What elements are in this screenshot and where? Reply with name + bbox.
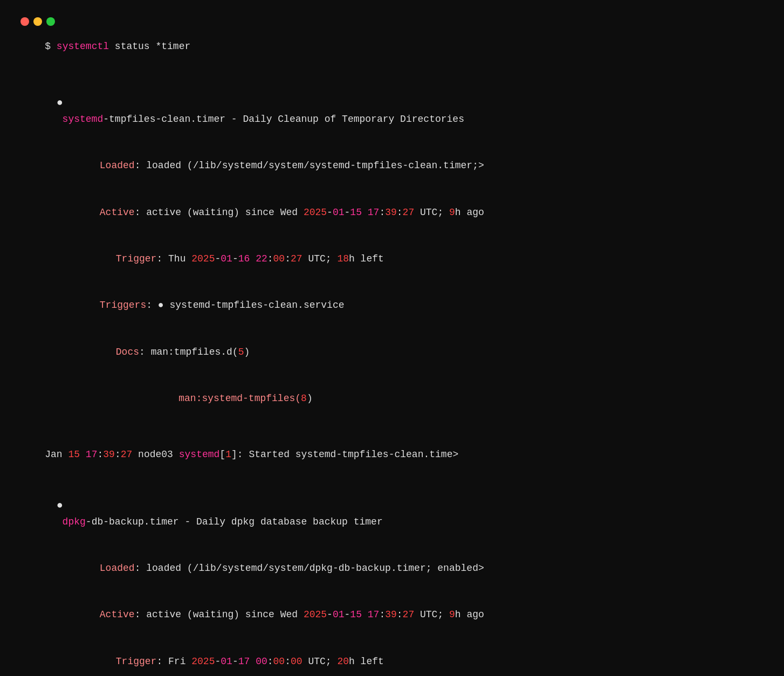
minimize-button[interactable] — [33, 17, 42, 26]
unit-section-1: ● systemd-tmpfiles-clean.timer - Daily C… — [22, 79, 768, 422]
unit1-trigger-left: 18 — [337, 253, 349, 264]
unit2-name-colored: dpkg — [57, 516, 86, 527]
unit1-trigger-hour: 22 — [256, 253, 267, 264]
unit1-triggers: Triggers: ● systemd-tmpfiles-clean.servi… — [22, 282, 768, 329]
unit1-triggers-label: Triggers — [100, 300, 146, 311]
unit1-active-month: 01 — [333, 207, 345, 218]
unit-section-2: ● dpkg-db-backup.timer - Daily dpkg data… — [22, 481, 768, 676]
unit2-active-ago: 9 — [449, 609, 455, 620]
unit1-active-label: Active — [100, 207, 135, 218]
unit1-trigger-sec: 27 — [291, 253, 302, 264]
titlebar — [16, 11, 768, 30]
unit2-trigger-year: 2025 — [191, 656, 215, 667]
unit2-trigger: Trigger: Fri 2025-01-17 00:00:00 UTC; 20… — [22, 638, 768, 676]
unit2-trigger-day: 17 — [238, 656, 250, 667]
unit2-active-sec: 27 — [403, 609, 415, 620]
unit1-trigger-year: 2025 — [191, 253, 215, 264]
unit1-docs-label: Docs — [116, 347, 139, 357]
unit2-trigger-hour: 00 — [256, 656, 267, 667]
unit2-loaded: Loaded: loaded (/lib/systemd/system/dpkg… — [22, 545, 768, 591]
unit1-docs1: Docs: man:tmpfiles.d(5) — [22, 329, 768, 375]
unit2-active-label: Active — [100, 609, 135, 620]
unit1-triggers-value: : ● systemd-tmpfiles-clean.service — [146, 300, 344, 311]
unit1-header: ● systemd-tmpfiles-clean.timer - Daily C… — [22, 79, 768, 142]
unit1-trigger: Trigger: Thu 2025-01-16 22:00:27 UTC; 18… — [22, 236, 768, 282]
terminal-content: $ systemctl status *timer ● systemd-tmpf… — [16, 30, 768, 676]
unit2-active-min: 39 — [385, 609, 397, 620]
unit1-active-hour: 17 — [368, 207, 380, 218]
log-date-jan: Jan — [45, 449, 68, 460]
unit1-trigger-month: 01 — [221, 253, 232, 264]
command-line: $ systemctl status *timer — [22, 30, 768, 63]
unit2-trigger-left: 20 — [337, 656, 349, 667]
unit1-active-ago: 9 — [449, 207, 455, 218]
command-args: status *timer — [109, 41, 190, 52]
log-service: systemd — [179, 449, 220, 460]
unit1-active-pre: : active (waiting) since Wed — [135, 207, 304, 218]
close-button[interactable] — [20, 17, 29, 26]
unit2-trigger-month: 01 — [221, 656, 232, 667]
unit1-active-sec: 27 — [403, 207, 415, 218]
unit2-loaded-label: Loaded — [100, 563, 135, 574]
unit1-active-min: 39 — [385, 207, 397, 218]
unit1-docs-num1: 5 — [238, 347, 244, 357]
unit2-trigger-min: 00 — [273, 656, 285, 667]
unit1-active-day: 15 — [350, 207, 362, 218]
unit2-header: ● dpkg-db-backup.timer - Daily dpkg data… — [22, 481, 768, 545]
unit2-trigger-sec: 00 — [291, 656, 302, 667]
unit1-loaded: Loaded: loaded (/lib/systemd/system/syst… — [22, 142, 768, 189]
unit1-loaded-label: Loaded — [100, 160, 135, 171]
unit1-trigger-label: Trigger — [116, 253, 157, 264]
log-min: 39 — [103, 449, 115, 460]
unit2-active-day: 15 — [350, 609, 362, 620]
unit2-trigger-label: Trigger — [116, 656, 157, 667]
unit2-active-month: 01 — [333, 609, 345, 620]
unit1-active: Active: active (waiting) since Wed 2025-… — [22, 189, 768, 236]
unit2-loaded-value: : loaded (/lib/systemd/system/dpkg-db-ba… — [135, 563, 484, 574]
unit2-name-rest: -db-backup.timer - Daily dpkg database b… — [86, 516, 383, 527]
unit1-docs-man: man:systemd-tmpfiles( — [132, 393, 301, 404]
unit2-active-year: 2025 — [304, 609, 327, 620]
unit1-trigger-day: 16 — [238, 253, 250, 264]
unit1-trigger-min: 00 — [273, 253, 285, 264]
unit2-active-hour: 17 — [368, 609, 380, 620]
prompt: $ — [45, 41, 57, 52]
log-pid: 1 — [225, 449, 231, 460]
unit1-active-year: 2025 — [304, 207, 327, 218]
unit1-loaded-value: : loaded (/lib/systemd/system/systemd-tm… — [135, 160, 484, 171]
unit1-docs-num2: 8 — [301, 393, 307, 404]
log-entry: Jan 15 17:39:27 node03 systemd[1]: Start… — [22, 438, 768, 471]
unit1-name-colored: systemd — [57, 114, 103, 125]
log-hour: 17 — [86, 449, 98, 460]
unit2-bullet: ● — [57, 499, 63, 512]
command-name: systemctl — [57, 41, 109, 52]
maximize-button[interactable] — [46, 17, 55, 26]
unit1-docs2: man:systemd-tmpfiles(8) — [22, 375, 768, 422]
log-sec: 27 — [121, 449, 133, 460]
unit1-name-rest: -tmpfiles-clean.timer - Daily Cleanup of… — [103, 114, 464, 125]
unit1-bullet: ● — [57, 96, 63, 109]
log-date-day: 15 — [68, 449, 80, 460]
log-host: node03 — [132, 449, 178, 460]
unit2-active: Active: active (waiting) since Wed 2025-… — [22, 592, 768, 638]
